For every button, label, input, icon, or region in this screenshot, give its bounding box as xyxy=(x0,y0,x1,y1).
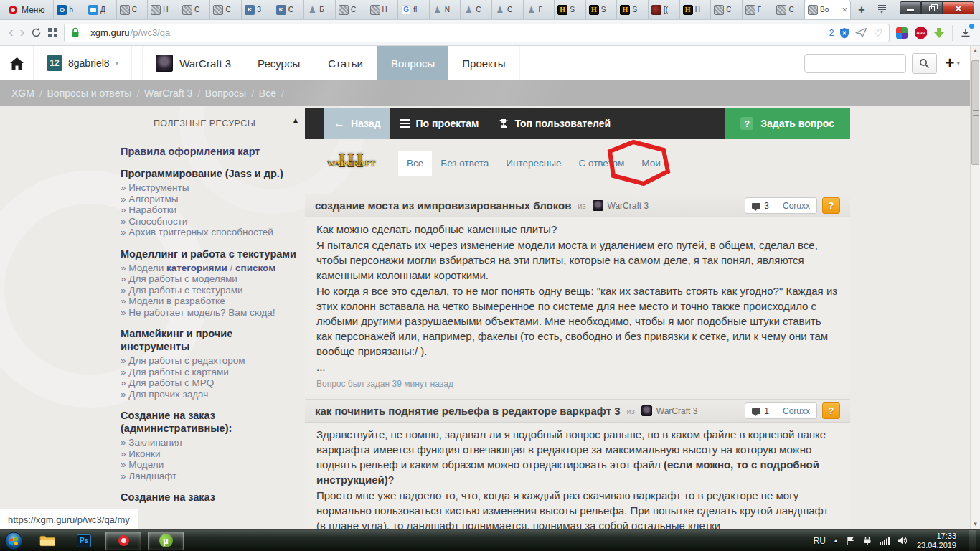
browser-tab[interactable]: З xyxy=(242,0,273,19)
nav-item[interactable]: Вопросы xyxy=(377,46,448,80)
browser-tab[interactable]: Н xyxy=(148,0,179,19)
back-button[interactable]: ‹ xyxy=(9,24,14,39)
sidebar-link[interactable]: » Для работы с картами xyxy=(121,367,303,378)
project-link[interactable]: WarCraft 3 xyxy=(656,406,698,416)
sidebar-link[interactable]: » Модели категориями / списком xyxy=(121,263,303,274)
sidebar-link[interactable]: » Модели xyxy=(121,459,303,471)
sidebar-link[interactable]: » Для работы с MPQ xyxy=(121,377,303,389)
site-link[interactable]: WarCraft 3 xyxy=(142,46,244,80)
browser-tab[interactable]: Г xyxy=(524,0,555,19)
browser-tab[interactable]: С xyxy=(179,0,211,19)
speed-dial-button[interactable] xyxy=(48,28,57,37)
browser-tab[interactable]: С xyxy=(492,0,524,19)
shield-blocker-icon[interactable] xyxy=(839,27,849,39)
breadcrumb-item[interactable]: XGM xyxy=(11,88,34,99)
browser-tab[interactable]: С xyxy=(273,0,305,19)
reload-button[interactable] xyxy=(31,27,42,38)
question-title[interactable]: создание моста из импровизированных блок… xyxy=(315,199,571,212)
browser-tab[interactable]: С xyxy=(711,0,743,19)
browser-tab[interactable]: h xyxy=(54,0,85,19)
browser-tab[interactable]: С xyxy=(336,0,367,19)
tab-close-icon[interactable]: × xyxy=(842,5,847,14)
forward-button[interactable]: › xyxy=(20,24,25,39)
nav-item[interactable]: Проекты xyxy=(448,46,519,80)
comment-count-button[interactable]: 1 xyxy=(745,403,776,418)
filter-tab[interactable]: С ответом xyxy=(570,151,633,176)
filter-tab[interactable]: Все xyxy=(398,151,432,176)
tab-menu-button[interactable]: ▾ xyxy=(872,0,891,19)
restore-button[interactable] xyxy=(921,1,943,14)
browser-tab[interactable]: S xyxy=(586,0,618,19)
scroll-down-icon[interactable]: ▼ xyxy=(971,519,980,529)
author-link[interactable]: Coruxx xyxy=(776,406,816,416)
hidden-icons-chevron[interactable]: ▲ xyxy=(833,537,839,544)
browser-tab[interactable]: С xyxy=(773,0,805,19)
question-title[interactable]: как починить поднятие рельефа в редактор… xyxy=(315,405,621,417)
sidebar-link[interactable]: » Не работает модель? Вам сюда! xyxy=(121,307,303,319)
top-users-button[interactable]: Топ пользователей xyxy=(489,108,621,139)
sidebar-link[interactable]: » Инструменты xyxy=(121,182,303,194)
nav-item[interactable]: Статьи xyxy=(314,46,377,80)
savefrom-arrow-icon[interactable] xyxy=(934,28,944,38)
sidebar-link[interactable]: » Для прочих задач xyxy=(121,389,303,400)
start-button[interactable] xyxy=(1,530,26,551)
sidebar-link[interactable]: » Алгоритмы xyxy=(121,194,303,205)
sidebar-link[interactable]: » Для работы с текстурами xyxy=(121,285,303,296)
comment-count-button[interactable]: 3 xyxy=(745,198,776,213)
taskbar-photoshop-button[interactable]: Ps xyxy=(69,532,99,550)
filter-tab[interactable]: Мои xyxy=(633,151,669,176)
scroll-up-icon[interactable]: ▲ xyxy=(971,46,980,56)
sidebar-link[interactable]: » Модели в разработке xyxy=(121,296,303,307)
extension-rgb-icon[interactable] xyxy=(896,27,908,39)
browser-tab[interactable]: Д xyxy=(85,0,117,19)
help-badge[interactable]: ? xyxy=(822,402,840,419)
breadcrumb-item[interactable]: Все xyxy=(259,88,276,99)
taskbar-utorrent-button[interactable]: µ xyxy=(148,532,184,550)
home-button[interactable] xyxy=(0,46,33,80)
downloads-button[interactable] xyxy=(952,25,971,41)
breadcrumb-item[interactable]: Вопросы xyxy=(205,88,246,99)
close-button[interactable]: × xyxy=(943,1,974,14)
browser-tab[interactable]: S xyxy=(555,0,586,19)
help-badge[interactable]: ? xyxy=(822,197,840,214)
sidebar-link[interactable]: » Для работы с моделями xyxy=(121,273,303,285)
bookmark-heart-icon[interactable]: ♡ xyxy=(873,28,882,38)
filter-tab[interactable]: Интересные xyxy=(497,151,570,176)
browser-tab[interactable]: С xyxy=(210,0,242,19)
new-tab-button[interactable]: + xyxy=(851,0,872,19)
browser-tab[interactable]: С xyxy=(461,0,492,19)
sidebar-header[interactable]: ПОЛЕЗНЫЕ РЕСУРСЫ ▲ xyxy=(121,113,303,136)
show-desktop-button[interactable] xyxy=(969,530,976,551)
send-flow-icon[interactable] xyxy=(855,27,867,38)
ask-question-button[interactable]: ? Задать вопрос xyxy=(725,108,850,139)
browser-tab[interactable]: fl xyxy=(398,0,430,19)
scrollbar-thumb[interactable] xyxy=(971,60,979,165)
breadcrumb-item[interactable]: WarCraft 3 xyxy=(144,88,192,99)
sidebar-link[interactable]: » Иконки xyxy=(121,448,303,460)
browser-tab[interactable]: Н xyxy=(680,0,712,19)
browser-tab[interactable]: Б xyxy=(304,0,336,19)
sidebar-link[interactable]: » Для работы с редактором xyxy=(121,355,303,367)
search-button[interactable] xyxy=(912,53,937,74)
sidebar-link[interactable]: » Архив триггерных способностей xyxy=(121,227,303,238)
browser-tab[interactable]: Н xyxy=(367,0,399,19)
chevron-up-icon[interactable]: ▲ xyxy=(291,116,300,126)
author-link[interactable]: Coruxx xyxy=(776,201,816,211)
url-field[interactable]: xgm.guru /p/wc3/qa 2 ♡ xyxy=(64,24,890,42)
minimize-button[interactable] xyxy=(900,1,921,14)
add-content-button[interactable]: + ▾ xyxy=(943,55,963,71)
taskbar-opera-button[interactable] xyxy=(105,532,141,550)
nav-item[interactable]: Ресурсы xyxy=(244,46,314,80)
sidebar-link[interactable]: » Способности xyxy=(121,216,303,227)
power-plug-icon[interactable] xyxy=(862,536,872,546)
browser-tab[interactable]: S xyxy=(617,0,649,19)
language-indicator[interactable]: RU xyxy=(814,536,826,546)
action-center-flag-icon[interactable] xyxy=(846,536,855,546)
clock[interactable]: 17:33 23.04.2019 xyxy=(917,532,956,550)
browser-tab[interactable]: С xyxy=(117,0,149,19)
by-projects-button[interactable]: По проектам xyxy=(390,108,489,139)
filter-tab[interactable]: Без ответа xyxy=(432,151,497,176)
sidebar-link[interactable]: » Заклинания xyxy=(121,437,303,448)
search-input[interactable] xyxy=(804,54,906,73)
sidebar-link[interactable]: » Наработки xyxy=(121,204,303,216)
